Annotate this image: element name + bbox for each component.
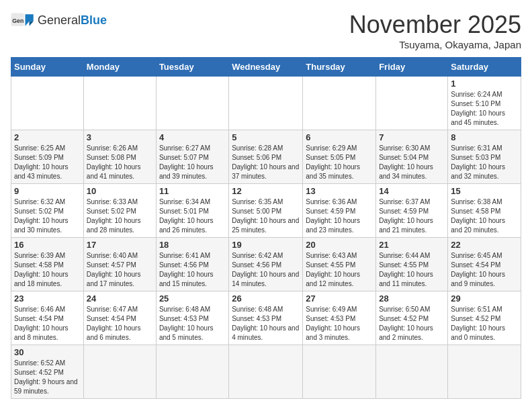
day-number: 20 <box>306 240 373 250</box>
day-number: 4 <box>159 132 226 142</box>
calendar-cell: 14Sunrise: 6:37 AM Sunset: 4:59 PM Dayli… <box>376 184 448 238</box>
logo: Gen GeneralBlue <box>11 11 107 30</box>
logo-text: GeneralBlue <box>38 13 107 28</box>
calendar-cell: 1Sunrise: 6:24 AM Sunset: 5:10 PM Daylig… <box>448 77 521 130</box>
calendar-cell: 26Sunrise: 6:48 AM Sunset: 4:53 PM Dayli… <box>229 291 303 345</box>
month-title: November 2025 <box>349 11 521 39</box>
weekday-header-row: SundayMondayTuesdayWednesdayThursdayFrid… <box>11 58 521 77</box>
day-info: Sunrise: 6:47 AM Sunset: 4:54 PM Dayligh… <box>87 305 153 342</box>
day-info: Sunrise: 6:29 AM Sunset: 5:05 PM Dayligh… <box>306 144 373 181</box>
day-number: 27 <box>306 293 373 304</box>
day-info: Sunrise: 6:43 AM Sunset: 4:55 PM Dayligh… <box>306 251 373 289</box>
day-number: 5 <box>232 132 300 142</box>
location: Tsuyama, Okayama, Japan <box>349 39 521 50</box>
calendar-cell: 18Sunrise: 6:41 AM Sunset: 4:56 PM Dayli… <box>156 238 228 291</box>
calendar-week-row: 9Sunrise: 6:32 AM Sunset: 5:02 PM Daylig… <box>11 184 521 238</box>
title-block: November 2025 Tsuyama, Okayama, Japan <box>349 11 521 50</box>
day-info: Sunrise: 6:33 AM Sunset: 5:02 PM Dayligh… <box>87 197 153 235</box>
day-number: 24 <box>87 293 153 304</box>
day-info: Sunrise: 6:34 AM Sunset: 5:01 PM Dayligh… <box>159 197 226 235</box>
calendar-table: SundayMondayTuesdayWednesdayThursdayFrid… <box>11 57 521 399</box>
weekday-header-wednesday: Wednesday <box>229 58 303 77</box>
calendar-week-row: 2Sunrise: 6:25 AM Sunset: 5:09 PM Daylig… <box>11 130 521 184</box>
calendar-cell: 4Sunrise: 6:27 AM Sunset: 5:07 PM Daylig… <box>156 130 228 184</box>
calendar-cell: 10Sunrise: 6:33 AM Sunset: 5:02 PM Dayli… <box>83 184 156 238</box>
calendar-cell: 25Sunrise: 6:48 AM Sunset: 4:53 PM Dayli… <box>156 291 228 345</box>
weekday-header-sunday: Sunday <box>11 58 84 77</box>
day-info: Sunrise: 6:37 AM Sunset: 4:59 PM Dayligh… <box>379 197 445 235</box>
day-info: Sunrise: 6:52 AM Sunset: 4:52 PM Dayligh… <box>14 359 81 396</box>
day-number: 15 <box>451 186 518 196</box>
calendar-cell: 5Sunrise: 6:28 AM Sunset: 5:06 PM Daylig… <box>229 130 303 184</box>
day-number: 26 <box>232 293 300 304</box>
day-number: 1 <box>451 79 518 89</box>
calendar-week-row: 30Sunrise: 6:52 AM Sunset: 4:52 PM Dayli… <box>11 345 521 399</box>
day-info: Sunrise: 6:50 AM Sunset: 4:52 PM Dayligh… <box>379 305 445 342</box>
calendar-cell <box>448 345 521 399</box>
calendar-cell <box>229 77 303 130</box>
day-number: 9 <box>14 186 81 196</box>
calendar-cell: 6Sunrise: 6:29 AM Sunset: 5:05 PM Daylig… <box>303 130 376 184</box>
calendar-cell <box>303 77 376 130</box>
day-number: 30 <box>14 347 81 357</box>
day-number: 8 <box>451 132 518 142</box>
calendar-cell: 2Sunrise: 6:25 AM Sunset: 5:09 PM Daylig… <box>11 130 84 184</box>
day-number: 25 <box>159 293 226 304</box>
day-info: Sunrise: 6:48 AM Sunset: 4:53 PM Dayligh… <box>159 305 226 342</box>
day-number: 28 <box>379 293 445 304</box>
day-info: Sunrise: 6:24 AM Sunset: 5:10 PM Dayligh… <box>451 90 518 128</box>
calendar-cell: 11Sunrise: 6:34 AM Sunset: 5:01 PM Dayli… <box>156 184 228 238</box>
day-info: Sunrise: 6:51 AM Sunset: 4:52 PM Dayligh… <box>451 305 518 342</box>
day-number: 16 <box>14 240 81 250</box>
calendar-cell <box>83 345 156 399</box>
weekday-header-friday: Friday <box>376 58 448 77</box>
day-number: 2 <box>14 132 81 142</box>
svg-text:Gen: Gen <box>12 17 24 24</box>
calendar-cell <box>83 77 156 130</box>
day-number: 23 <box>14 293 81 304</box>
calendar-cell: 13Sunrise: 6:36 AM Sunset: 4:59 PM Dayli… <box>303 184 376 238</box>
calendar-cell <box>229 345 303 399</box>
day-number: 21 <box>379 240 445 250</box>
calendar-cell: 30Sunrise: 6:52 AM Sunset: 4:52 PM Dayli… <box>11 345 84 399</box>
day-number: 19 <box>232 240 300 250</box>
calendar-cell: 3Sunrise: 6:26 AM Sunset: 5:08 PM Daylig… <box>83 130 156 184</box>
day-info: Sunrise: 6:36 AM Sunset: 4:59 PM Dayligh… <box>306 197 373 235</box>
calendar-cell: 19Sunrise: 6:42 AM Sunset: 4:56 PM Dayli… <box>229 238 303 291</box>
day-info: Sunrise: 6:45 AM Sunset: 4:54 PM Dayligh… <box>451 251 518 289</box>
day-number: 17 <box>87 240 153 250</box>
weekday-header-monday: Monday <box>83 58 156 77</box>
day-number: 22 <box>451 240 518 250</box>
weekday-header-saturday: Saturday <box>448 58 521 77</box>
day-info: Sunrise: 6:42 AM Sunset: 4:56 PM Dayligh… <box>232 251 300 289</box>
day-info: Sunrise: 6:39 AM Sunset: 4:58 PM Dayligh… <box>14 251 81 289</box>
calendar-cell <box>156 77 228 130</box>
day-info: Sunrise: 6:41 AM Sunset: 4:56 PM Dayligh… <box>159 251 226 289</box>
calendar-cell: 28Sunrise: 6:50 AM Sunset: 4:52 PM Dayli… <box>376 291 448 345</box>
calendar-cell <box>303 345 376 399</box>
day-number: 18 <box>159 240 226 250</box>
day-number: 29 <box>451 293 518 304</box>
day-info: Sunrise: 6:31 AM Sunset: 5:03 PM Dayligh… <box>451 144 518 181</box>
day-number: 13 <box>306 186 373 196</box>
day-number: 11 <box>159 186 226 196</box>
calendar-cell <box>11 77 84 130</box>
calendar-week-row: 16Sunrise: 6:39 AM Sunset: 4:58 PM Dayli… <box>11 238 521 291</box>
calendar-cell: 24Sunrise: 6:47 AM Sunset: 4:54 PM Dayli… <box>83 291 156 345</box>
calendar-cell: 22Sunrise: 6:45 AM Sunset: 4:54 PM Dayli… <box>448 238 521 291</box>
calendar-week-row: 1Sunrise: 6:24 AM Sunset: 5:10 PM Daylig… <box>11 77 521 130</box>
day-info: Sunrise: 6:49 AM Sunset: 4:53 PM Dayligh… <box>306 305 373 342</box>
calendar-cell <box>376 77 448 130</box>
weekday-header-thursday: Thursday <box>303 58 376 77</box>
day-info: Sunrise: 6:46 AM Sunset: 4:54 PM Dayligh… <box>14 305 81 342</box>
day-number: 6 <box>306 132 373 142</box>
calendar-week-row: 23Sunrise: 6:46 AM Sunset: 4:54 PM Dayli… <box>11 291 521 345</box>
day-info: Sunrise: 6:38 AM Sunset: 4:58 PM Dayligh… <box>451 197 518 235</box>
weekday-header-tuesday: Tuesday <box>156 58 228 77</box>
day-info: Sunrise: 6:44 AM Sunset: 4:55 PM Dayligh… <box>379 251 445 289</box>
day-info: Sunrise: 6:35 AM Sunset: 5:00 PM Dayligh… <box>232 197 300 235</box>
day-info: Sunrise: 6:28 AM Sunset: 5:06 PM Dayligh… <box>232 144 300 181</box>
calendar-cell: 29Sunrise: 6:51 AM Sunset: 4:52 PM Dayli… <box>448 291 521 345</box>
calendar-cell: 8Sunrise: 6:31 AM Sunset: 5:03 PM Daylig… <box>448 130 521 184</box>
calendar-cell: 9Sunrise: 6:32 AM Sunset: 5:02 PM Daylig… <box>11 184 84 238</box>
